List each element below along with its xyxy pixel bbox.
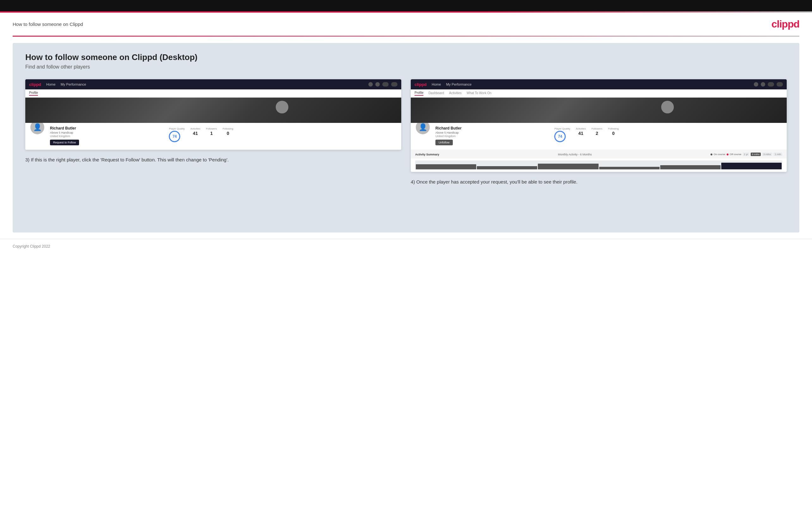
- left-activities-value: 41: [190, 131, 200, 136]
- right-nav-home[interactable]: Home: [432, 82, 441, 86]
- chart-bar-3: [538, 164, 598, 169]
- right-player-handicap: Above 5 Handicap: [436, 131, 549, 134]
- screenshots-row: clippd Home My Performance Profile: [25, 79, 787, 186]
- left-screenshot-col: clippd Home My Performance Profile: [25, 79, 401, 164]
- left-mockup-nav: clippd Home My Performance: [25, 79, 401, 90]
- left-quality-circle: 74: [169, 131, 180, 142]
- activity-period: Monthly Activity - 6 Months: [558, 153, 592, 156]
- left-stat-activities: Activities 41: [190, 127, 200, 142]
- on-course-label: On course: [714, 153, 725, 156]
- left-hero-image: [25, 98, 401, 123]
- off-course-label: Off course: [730, 153, 742, 156]
- right-following-value: 0: [608, 131, 619, 136]
- right-settings-btn[interactable]: [768, 82, 774, 87]
- chart-bar-5: [660, 165, 721, 169]
- left-player-name: Richard Butler: [50, 126, 164, 130]
- left-mockup-logo: clippd: [29, 82, 41, 87]
- mini-chart: [415, 161, 782, 170]
- left-stat-quality: Player Quality 74: [169, 127, 185, 142]
- right-language-btn[interactable]: [776, 82, 783, 87]
- left-activities-label: Activities: [190, 127, 200, 130]
- right-search-icon[interactable]: [754, 82, 758, 87]
- right-quality-label: Player Quality: [554, 127, 570, 130]
- left-following-value: 0: [222, 131, 233, 136]
- left-nav-home[interactable]: Home: [46, 82, 55, 86]
- left-following-label: Following: [222, 127, 233, 130]
- request-to-follow-button[interactable]: Request to Follow: [50, 139, 79, 145]
- chart-bar-6: [721, 163, 782, 169]
- footer: Copyright Clippd 2022: [0, 239, 812, 253]
- right-mockup-nav: clippd Home My Performance: [411, 79, 787, 90]
- right-profile-stats: Player Quality 74 Activities 41 Follower…: [554, 126, 782, 142]
- right-activities-value: 41: [576, 131, 586, 136]
- right-user-icon[interactable]: [761, 82, 765, 87]
- right-nav-right: [754, 82, 783, 87]
- avatar-icon: 👤: [33, 123, 42, 131]
- right-tab-profile[interactable]: Profile: [414, 91, 423, 96]
- language-btn[interactable]: [391, 82, 398, 87]
- right-tab-activities[interactable]: Activities: [449, 91, 461, 96]
- right-followers-value: 2: [592, 131, 602, 136]
- right-mockup-tabs: Profile Dashboard Activities What To Wor…: [411, 90, 787, 98]
- right-hero-image: [411, 98, 787, 123]
- top-bar: [0, 0, 812, 11]
- left-profile-info: Richard Butler Above 5 Handicap United K…: [50, 126, 164, 145]
- period-1yr[interactable]: 1 yr: [743, 153, 749, 156]
- left-player-location: United Kingdom: [50, 134, 164, 138]
- period-6mths[interactable]: 6 mths: [751, 153, 761, 156]
- on-course-dot: [711, 154, 712, 155]
- chart-bar-4: [599, 167, 660, 169]
- left-player-handicap: Above 5 Handicap: [50, 131, 164, 134]
- right-nav-my-performance[interactable]: My Performance: [446, 82, 472, 86]
- right-followers-label: Followers: [592, 127, 602, 130]
- activity-label: Activity Summary: [415, 153, 439, 156]
- chart-bar-1: [416, 164, 476, 169]
- logo: clippd: [771, 18, 799, 30]
- right-stat-following: Following 0: [608, 127, 619, 142]
- right-tab-dashboard[interactable]: Dashboard: [428, 91, 444, 96]
- left-profile-stats: Player Quality 74 Activities 41 Follower…: [169, 126, 397, 142]
- left-quality-value: 74: [173, 134, 177, 139]
- chart-bar-2: [477, 166, 537, 169]
- search-icon[interactable]: [368, 82, 373, 87]
- right-quality-circle: 74: [554, 131, 566, 142]
- left-tab-profile[interactable]: Profile: [29, 91, 38, 96]
- main-content: How to follow someone on Clippd (Desktop…: [13, 43, 799, 232]
- left-nav-my-performance[interactable]: My Performance: [61, 82, 86, 86]
- left-followers-value: 1: [206, 131, 217, 136]
- right-profile-info: Richard Butler Above 5 Handicap United K…: [436, 126, 549, 145]
- main-title: How to follow someone on Clippd (Desktop…: [25, 52, 787, 62]
- right-profile-section: 👤 Richard Butler Above 5 Handicap United…: [411, 123, 787, 150]
- left-stat-followers: Followers 1: [206, 127, 217, 142]
- right-mockup: clippd Home My Performance Profile Dashb…: [411, 79, 787, 172]
- left-profile-section: 👤 Richard Butler Above 5 Handicap United…: [25, 123, 401, 150]
- right-player-location: United Kingdom: [436, 134, 549, 138]
- right-tab-what-to-work-on[interactable]: What To Work On: [467, 91, 492, 96]
- right-stat-quality: Player Quality 74: [554, 127, 570, 142]
- footer-text: Copyright Clippd 2022: [13, 244, 50, 248]
- header: How to follow someone on Clippd clippd: [0, 13, 812, 36]
- right-mockup-logo: clippd: [414, 82, 426, 87]
- settings-btn[interactable]: [382, 82, 389, 87]
- unfollow-button[interactable]: Unfollow: [436, 139, 453, 145]
- right-player-name: Richard Butler: [436, 126, 549, 130]
- left-stat-following: Following 0: [222, 127, 233, 142]
- left-caption: 3) If this is the right player, click th…: [25, 156, 401, 164]
- left-nav-right: [368, 82, 398, 87]
- user-icon[interactable]: [375, 82, 380, 87]
- off-course-dot: [727, 154, 728, 155]
- right-caption: 4) Once the player has accepted your req…: [411, 178, 787, 186]
- header-title: How to follow someone on Clippd: [13, 21, 83, 27]
- left-quality-label: Player Quality: [169, 127, 185, 130]
- header-divider: [13, 36, 799, 37]
- left-followers-label: Followers: [206, 127, 217, 130]
- period-3mths[interactable]: 3 mths: [762, 153, 772, 156]
- right-avatar-icon: 👤: [419, 123, 427, 131]
- right-quality-value: 74: [558, 134, 562, 139]
- right-screenshot-col: clippd Home My Performance Profile Dashb…: [411, 79, 787, 186]
- main-subtitle: Find and follow other players: [25, 64, 787, 70]
- right-stat-activities: Activities 41: [576, 127, 586, 142]
- activity-summary-bar: Activity Summary Monthly Activity - 6 Mo…: [411, 150, 787, 159]
- right-activities-label: Activities: [576, 127, 586, 130]
- period-1mth[interactable]: 1 mth: [773, 153, 782, 156]
